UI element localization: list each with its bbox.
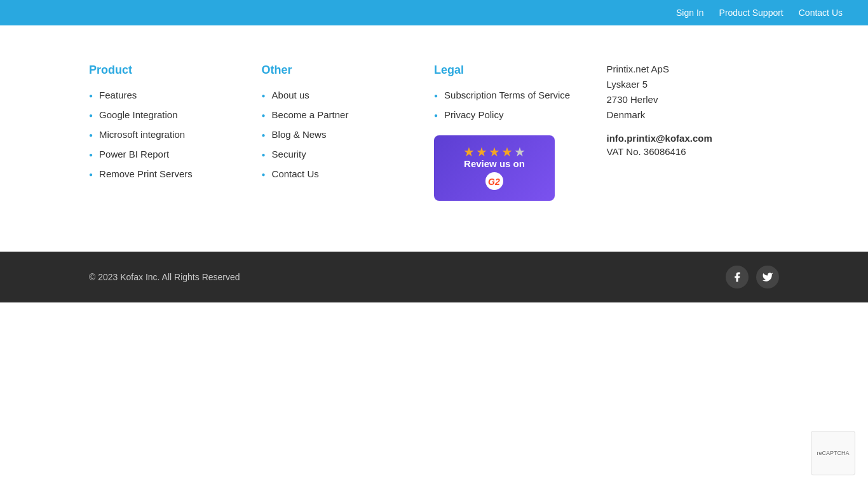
twitter-icon[interactable] <box>756 266 779 288</box>
list-item: Security <box>262 149 435 159</box>
product-heading: Product <box>89 64 262 77</box>
company-address: Lyskaer 5 2730 Herlev Denmark <box>607 77 780 123</box>
list-item: Subscription Terms of Service <box>434 90 607 100</box>
google-integration-link[interactable]: Google Integration <box>99 109 177 120</box>
facebook-icon[interactable] <box>726 266 749 288</box>
other-column: Other About us Become a Partner Blog & N… <box>262 64 435 188</box>
list-item: Privacy Policy <box>434 109 607 120</box>
other-heading: Other <box>262 64 435 77</box>
power-bi-report-link[interactable]: Power BI Report <box>99 149 169 159</box>
address-line1: Lyskaer 5 <box>607 77 780 92</box>
legal-list: Subscription Terms of Service Privacy Po… <box>434 90 607 120</box>
product-list: Features Google Integration Microsoft in… <box>89 90 262 179</box>
security-link[interactable]: Security <box>272 149 306 159</box>
list-item: Contact Us <box>262 168 435 179</box>
address-line3: Denmark <box>607 107 780 123</box>
list-item: About us <box>262 90 435 100</box>
list-item: Google Integration <box>89 109 262 120</box>
legal-heading: Legal <box>434 64 607 77</box>
top-nav-bar: Sign In Product Support Contact Us <box>0 0 868 25</box>
g2-logo: G2 <box>485 172 504 191</box>
list-item: Remove Print Servers <box>89 168 262 179</box>
company-vat: VAT No. 36086416 <box>607 146 780 157</box>
contact-us-link[interactable]: Contact Us <box>272 168 319 179</box>
main-content: Product Features Google Integration Micr… <box>0 25 868 252</box>
address-line2: 2730 Herlev <box>607 92 780 107</box>
star-5-icon: ★ <box>514 146 526 158</box>
star-2-icon: ★ <box>476 146 487 158</box>
remove-print-servers-link[interactable]: Remove Print Servers <box>99 168 193 179</box>
company-column: Printix.net ApS Lyskaer 5 2730 Herlev De… <box>607 64 780 157</box>
microsoft-integration-link[interactable]: Microsoft integration <box>99 129 185 140</box>
about-us-link[interactable]: About us <box>272 90 309 100</box>
star-3-icon: ★ <box>489 146 500 158</box>
list-item: Microsoft integration <box>89 129 262 140</box>
product-support-link[interactable]: Product Support <box>719 8 783 18</box>
privacy-policy-link[interactable]: Privacy Policy <box>444 109 503 120</box>
contact-us-top-link[interactable]: Contact Us <box>799 8 843 18</box>
product-column: Product Features Google Integration Micr… <box>89 64 262 188</box>
star-4-icon: ★ <box>501 146 513 158</box>
sign-in-link[interactable]: Sign In <box>676 8 704 18</box>
list-item: Features <box>89 90 262 100</box>
footer-columns: Product Features Google Integration Micr… <box>89 64 779 201</box>
g2-logo-icon: G2 <box>485 172 504 191</box>
g2-review-badge[interactable]: ★ ★ ★ ★ ★ Review us on G2 <box>434 135 555 201</box>
list-item: Blog & News <box>262 129 435 140</box>
star-1-icon: ★ <box>463 146 475 158</box>
features-link[interactable]: Features <box>99 90 137 100</box>
company-email: info.printix@kofax.com <box>607 133 780 144</box>
social-icons-group <box>726 266 779 288</box>
become-partner-link[interactable]: Become a Partner <box>272 109 349 120</box>
blog-news-link[interactable]: Blog & News <box>272 129 327 140</box>
copyright-text: © 2023 Kofax Inc. All Rights Reserved <box>89 272 240 282</box>
g2-review-text: Review us on <box>464 158 525 169</box>
company-name: Printix.net ApS <box>607 64 780 74</box>
bottom-footer-bar: © 2023 Kofax Inc. All Rights Reserved <box>0 252 868 302</box>
legal-column: Legal Subscription Terms of Service Priv… <box>434 64 607 201</box>
list-item: Become a Partner <box>262 109 435 120</box>
list-item: Power BI Report <box>89 149 262 159</box>
g2-stars: ★ ★ ★ ★ ★ <box>463 146 526 158</box>
svg-text:G2: G2 <box>488 177 500 187</box>
subscription-terms-link[interactable]: Subscription Terms of Service <box>444 90 570 100</box>
other-list: About us Become a Partner Blog & News Se… <box>262 90 435 179</box>
